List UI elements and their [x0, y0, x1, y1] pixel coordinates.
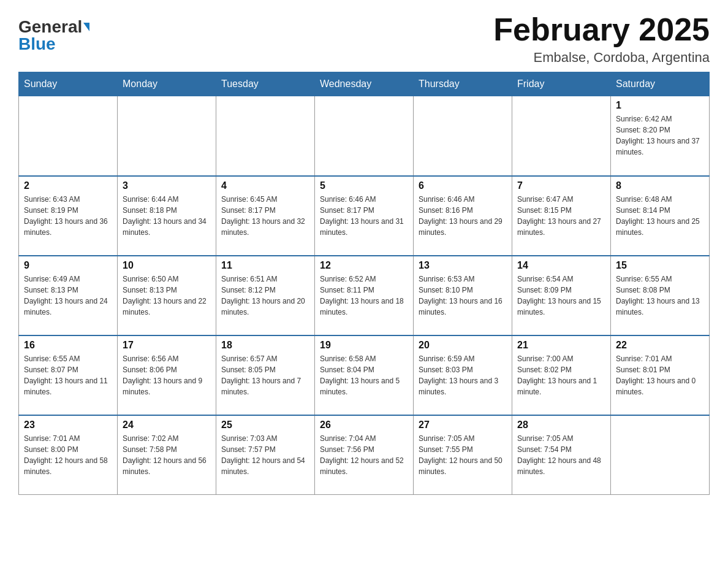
weekday-header-wednesday: Wednesday: [315, 72, 414, 96]
calendar-cell: 1Sunrise: 6:42 AM Sunset: 8:20 PM Daylig…: [611, 96, 710, 176]
day-info: Sunrise: 6:55 AM Sunset: 8:08 PM Dayligh…: [616, 274, 704, 318]
day-info: Sunrise: 7:00 AM Sunset: 8:02 PM Dayligh…: [517, 353, 605, 397]
day-number: 1: [616, 100, 704, 111]
weekday-header-sunday: Sunday: [19, 72, 118, 96]
logo-blue-text: Blue: [18, 36, 56, 53]
day-info: Sunrise: 6:46 AM Sunset: 8:17 PM Dayligh…: [320, 194, 408, 238]
day-info: Sunrise: 6:52 AM Sunset: 8:11 PM Dayligh…: [320, 274, 408, 318]
day-number: 18: [221, 340, 309, 351]
day-number: 26: [320, 419, 408, 431]
calendar-cell: 4Sunrise: 6:45 AM Sunset: 8:17 PM Daylig…: [216, 176, 315, 256]
day-number: 17: [123, 340, 211, 351]
calendar-cell: 28Sunrise: 7:05 AM Sunset: 7:54 PM Dayli…: [512, 415, 611, 495]
calendar-cell: 13Sunrise: 6:53 AM Sunset: 8:10 PM Dayli…: [414, 256, 512, 335]
day-info: Sunrise: 6:55 AM Sunset: 8:07 PM Dayligh…: [24, 353, 112, 397]
day-info: Sunrise: 6:53 AM Sunset: 8:10 PM Dayligh…: [419, 274, 507, 318]
month-title: February 2025: [493, 12, 710, 47]
calendar-cell: 21Sunrise: 7:00 AM Sunset: 8:02 PM Dayli…: [512, 335, 611, 415]
title-section: February 2025 Embalse, Cordoba, Argentin…: [493, 12, 710, 66]
calendar-week-row: 2Sunrise: 6:43 AM Sunset: 8:19 PM Daylig…: [19, 176, 710, 256]
calendar-cell: [512, 96, 611, 176]
day-number: 28: [517, 419, 605, 431]
calendar-week-row: 1Sunrise: 6:42 AM Sunset: 8:20 PM Daylig…: [19, 96, 710, 176]
day-number: 27: [419, 419, 507, 431]
day-number: 5: [320, 180, 408, 191]
calendar-table: SundayMondayTuesdayWednesdayThursdayFrid…: [18, 72, 710, 495]
day-info: Sunrise: 7:04 AM Sunset: 7:56 PM Dayligh…: [320, 433, 408, 477]
calendar-week-row: 16Sunrise: 6:55 AM Sunset: 8:07 PM Dayli…: [19, 335, 710, 415]
day-number: 15: [616, 260, 704, 271]
calendar-cell: 24Sunrise: 7:02 AM Sunset: 7:58 PM Dayli…: [118, 415, 216, 495]
calendar-cell: 8Sunrise: 6:48 AM Sunset: 8:14 PM Daylig…: [611, 176, 710, 256]
calendar-cell: [216, 96, 315, 176]
day-number: 6: [419, 180, 507, 191]
day-number: 20: [419, 340, 507, 351]
calendar-cell: 5Sunrise: 6:46 AM Sunset: 8:17 PM Daylig…: [315, 176, 414, 256]
calendar-cell: 23Sunrise: 7:01 AM Sunset: 8:00 PM Dayli…: [19, 415, 118, 495]
weekday-header-thursday: Thursday: [414, 72, 512, 96]
weekday-header-monday: Monday: [118, 72, 216, 96]
day-number: 9: [24, 260, 112, 271]
day-info: Sunrise: 6:43 AM Sunset: 8:19 PM Dayligh…: [24, 194, 112, 238]
calendar-cell: [315, 96, 414, 176]
calendar-week-row: 23Sunrise: 7:01 AM Sunset: 8:00 PM Dayli…: [19, 415, 710, 495]
calendar-cell: [118, 96, 216, 176]
calendar-cell: 15Sunrise: 6:55 AM Sunset: 8:08 PM Dayli…: [611, 256, 710, 335]
weekday-header-row: SundayMondayTuesdayWednesdayThursdayFrid…: [19, 72, 710, 96]
day-number: 11: [221, 260, 309, 271]
day-info: Sunrise: 7:05 AM Sunset: 7:54 PM Dayligh…: [517, 433, 605, 477]
calendar-cell: [414, 96, 512, 176]
day-info: Sunrise: 6:50 AM Sunset: 8:13 PM Dayligh…: [123, 274, 211, 318]
day-number: 21: [517, 340, 605, 351]
day-number: 3: [123, 180, 211, 191]
weekday-header-tuesday: Tuesday: [216, 72, 315, 96]
page-header: General Blue February 2025 Embalse, Cord…: [18, 12, 710, 66]
day-info: Sunrise: 6:44 AM Sunset: 8:18 PM Dayligh…: [123, 194, 211, 238]
day-info: Sunrise: 7:02 AM Sunset: 7:58 PM Dayligh…: [123, 433, 211, 477]
location-text: Embalse, Cordoba, Argentina: [493, 50, 710, 66]
calendar-cell: [19, 96, 118, 176]
day-info: Sunrise: 6:49 AM Sunset: 8:13 PM Dayligh…: [24, 274, 112, 318]
calendar-cell: 16Sunrise: 6:55 AM Sunset: 8:07 PM Dayli…: [19, 335, 118, 415]
calendar-cell: 18Sunrise: 6:57 AM Sunset: 8:05 PM Dayli…: [216, 335, 315, 415]
calendar-cell: 26Sunrise: 7:04 AM Sunset: 7:56 PM Dayli…: [315, 415, 414, 495]
calendar-cell: 11Sunrise: 6:51 AM Sunset: 8:12 PM Dayli…: [216, 256, 315, 335]
calendar-cell: 2Sunrise: 6:43 AM Sunset: 8:19 PM Daylig…: [19, 176, 118, 256]
day-number: 19: [320, 340, 408, 351]
day-info: Sunrise: 7:01 AM Sunset: 8:01 PM Dayligh…: [616, 353, 704, 397]
day-number: 7: [517, 180, 605, 191]
day-info: Sunrise: 6:46 AM Sunset: 8:16 PM Dayligh…: [419, 194, 507, 238]
day-info: Sunrise: 6:56 AM Sunset: 8:06 PM Dayligh…: [123, 353, 211, 397]
calendar-cell: 6Sunrise: 6:46 AM Sunset: 8:16 PM Daylig…: [414, 176, 512, 256]
day-number: 16: [24, 340, 112, 351]
calendar-cell: 27Sunrise: 7:05 AM Sunset: 7:55 PM Dayli…: [414, 415, 512, 495]
calendar-cell: 10Sunrise: 6:50 AM Sunset: 8:13 PM Dayli…: [118, 256, 216, 335]
calendar-cell: 14Sunrise: 6:54 AM Sunset: 8:09 PM Dayli…: [512, 256, 611, 335]
day-info: Sunrise: 7:01 AM Sunset: 8:00 PM Dayligh…: [24, 433, 112, 477]
day-info: Sunrise: 6:59 AM Sunset: 8:03 PM Dayligh…: [419, 353, 507, 397]
weekday-header-saturday: Saturday: [611, 72, 710, 96]
day-number: 25: [221, 419, 309, 431]
weekday-header-friday: Friday: [512, 72, 611, 96]
logo-arrow-icon: [83, 23, 89, 31]
calendar-cell: 9Sunrise: 6:49 AM Sunset: 8:13 PM Daylig…: [19, 256, 118, 335]
day-number: 14: [517, 260, 605, 271]
day-number: 24: [123, 419, 211, 431]
day-info: Sunrise: 6:45 AM Sunset: 8:17 PM Dayligh…: [221, 194, 309, 238]
calendar-cell: [611, 415, 710, 495]
day-info: Sunrise: 7:05 AM Sunset: 7:55 PM Dayligh…: [419, 433, 507, 477]
day-info: Sunrise: 6:48 AM Sunset: 8:14 PM Dayligh…: [616, 194, 704, 238]
calendar-cell: 12Sunrise: 6:52 AM Sunset: 8:11 PM Dayli…: [315, 256, 414, 335]
logo-general-text: General: [18, 18, 82, 36]
day-number: 22: [616, 340, 704, 351]
day-number: 8: [616, 180, 704, 191]
calendar-cell: 19Sunrise: 6:58 AM Sunset: 8:04 PM Dayli…: [315, 335, 414, 415]
day-number: 10: [123, 260, 211, 271]
day-info: Sunrise: 6:42 AM Sunset: 8:20 PM Dayligh…: [616, 113, 704, 158]
day-number: 4: [221, 180, 309, 191]
calendar-cell: 20Sunrise: 6:59 AM Sunset: 8:03 PM Dayli…: [414, 335, 512, 415]
calendar-cell: 3Sunrise: 6:44 AM Sunset: 8:18 PM Daylig…: [118, 176, 216, 256]
day-info: Sunrise: 6:47 AM Sunset: 8:15 PM Dayligh…: [517, 194, 605, 238]
day-number: 12: [320, 260, 408, 271]
day-info: Sunrise: 6:58 AM Sunset: 8:04 PM Dayligh…: [320, 353, 408, 397]
